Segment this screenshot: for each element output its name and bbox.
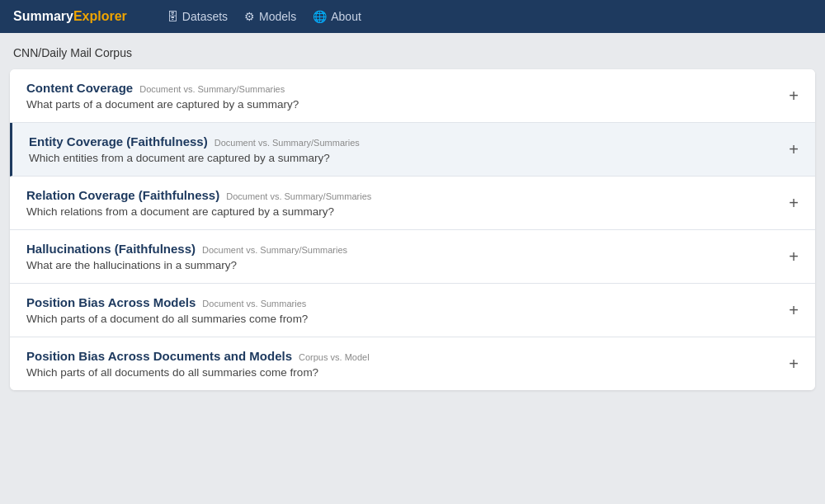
accordion-left: Hallucinations (Faithfulness) Document v…	[26, 242, 776, 271]
nav-datasets[interactable]: 🗄 Datasets	[167, 10, 228, 23]
accordion-title-row: Hallucinations (Faithfulness) Document v…	[26, 242, 776, 256]
accordion-title: Hallucinations (Faithfulness)	[26, 242, 196, 256]
brand-summary: Summary	[13, 9, 73, 24]
accordion-description: What parts of a document are captured by…	[26, 98, 776, 111]
accordion-title-row: Position Bias Across Models Document vs.…	[26, 295, 776, 309]
accordion-left: Position Bias Across Models Document vs.…	[26, 295, 776, 325]
accordion-left: Entity Coverage (Faithfulness) Document …	[29, 134, 776, 164]
accordion-item[interactable]: Position Bias Across Models Document vs.…	[10, 284, 815, 337]
nav-links: 🗄 Datasets ⚙ Models 🌐 About	[167, 10, 361, 23]
accordion-description: Which entities from a document are captu…	[29, 152, 776, 164]
accordion-card: Content Coverage Document vs. Summary/Su…	[10, 69, 815, 390]
brand: SummaryExplorer	[13, 9, 127, 24]
nav-about[interactable]: 🌐 About	[313, 10, 361, 23]
brand-explorer: Explorer	[73, 9, 127, 24]
accordion-tag: Corpus vs. Model	[299, 352, 370, 362]
nav-datasets-label: Datasets	[182, 10, 228, 23]
accordion-description: Which relations from a document are capt…	[26, 205, 776, 218]
accordion-item[interactable]: Content Coverage Document vs. Summary/Su…	[10, 69, 815, 123]
accordion-description: What are the hallucinations in a summary…	[26, 259, 776, 271]
accordion-item[interactable]: Entity Coverage (Faithfulness) Document …	[10, 123, 815, 177]
datasets-icon: 🗄	[167, 10, 178, 23]
accordion-title: Content Coverage	[26, 81, 133, 95]
accordion-tag: Document vs. Summary/Summaries	[214, 138, 360, 148]
main-content: CNN/Daily Mail Corpus Content Coverage D…	[0, 33, 825, 403]
accordion-left: Relation Coverage (Faithfulness) Documen…	[26, 188, 776, 218]
accordion-title: Relation Coverage (Faithfulness)	[26, 188, 219, 202]
accordion-title: Position Bias Across Models	[26, 295, 196, 309]
about-icon: 🌐	[313, 10, 327, 23]
accordion-tag: Document vs. Summary/Summaries	[202, 245, 347, 255]
accordion-expand-icon[interactable]: +	[789, 302, 799, 318]
accordion-item[interactable]: Hallucinations (Faithfulness) Document v…	[10, 230, 815, 284]
accordion-title-row: Entity Coverage (Faithfulness) Document …	[29, 134, 776, 148]
accordion-tag: Document vs. Summary/Summaries	[139, 84, 285, 94]
accordion-item[interactable]: Position Bias Across Documents and Model…	[10, 337, 815, 390]
accordion-expand-icon[interactable]: +	[789, 248, 799, 265]
accordion-description: Which parts of all documents do all summ…	[26, 366, 776, 379]
accordion-tag: Document vs. Summary/Summaries	[226, 191, 371, 201]
nav-about-label: About	[331, 10, 361, 23]
breadcrumb: CNN/Daily Mail Corpus	[10, 46, 815, 59]
accordion-item[interactable]: Relation Coverage (Faithfulness) Documen…	[10, 177, 815, 230]
accordion-description: Which parts of a document do all summari…	[26, 313, 776, 325]
navbar: SummaryExplorer 🗄 Datasets ⚙ Models 🌐 Ab…	[0, 0, 825, 33]
accordion-title: Position Bias Across Documents and Model…	[26, 349, 292, 363]
accordion-left: Position Bias Across Documents and Model…	[26, 349, 776, 379]
accordion-title: Entity Coverage (Faithfulness)	[29, 134, 208, 148]
nav-models[interactable]: ⚙ Models	[244, 10, 296, 23]
accordion-left: Content Coverage Document vs. Summary/Su…	[26, 81, 776, 111]
accordion-tag: Document vs. Summaries	[202, 299, 306, 309]
models-icon: ⚙	[244, 10, 255, 23]
accordion-title-row: Content Coverage Document vs. Summary/Su…	[26, 81, 776, 95]
accordion-title-row: Relation Coverage (Faithfulness) Documen…	[26, 188, 776, 202]
accordion-expand-icon[interactable]: +	[789, 195, 799, 211]
accordion-expand-icon[interactable]: +	[789, 87, 799, 104]
nav-models-label: Models	[259, 10, 296, 23]
accordion-expand-icon[interactable]: +	[789, 141, 799, 158]
accordion-title-row: Position Bias Across Documents and Model…	[26, 349, 776, 363]
accordion-expand-icon[interactable]: +	[789, 356, 799, 372]
